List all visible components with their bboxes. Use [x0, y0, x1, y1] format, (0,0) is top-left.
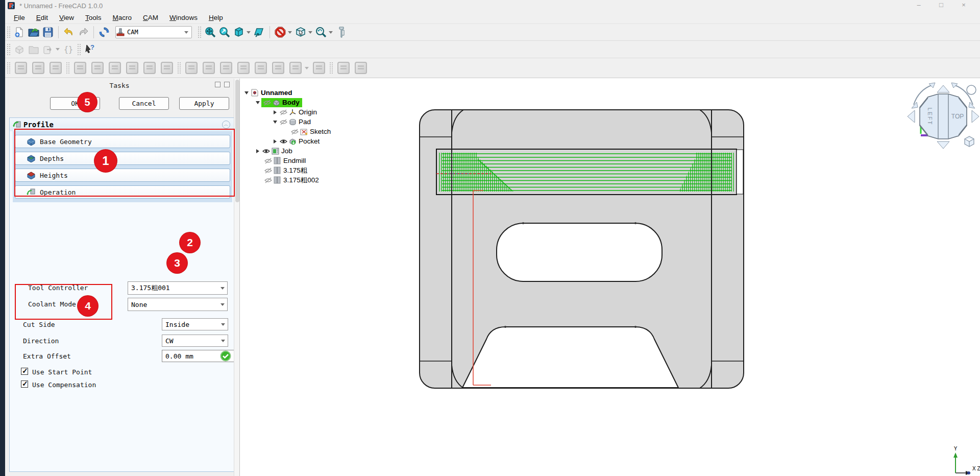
- tree-item-tool-3175-002[interactable]: 3.175粗002: [243, 175, 396, 185]
- depths-button[interactable]: Depths: [15, 152, 230, 165]
- expander-closed-icon[interactable]: [272, 139, 279, 144]
- job-icon[interactable]: [15, 62, 27, 74]
- navcube-circle-button[interactable]: [967, 85, 976, 94]
- save-icon[interactable]: [41, 25, 55, 39]
- zoom-dropdown-icon[interactable]: [329, 31, 333, 34]
- coolant-mode-select[interactable]: None: [128, 298, 228, 311]
- cut-side-select[interactable]: Inside: [162, 318, 228, 330]
- rotate-right-arrow[interactable]: [972, 110, 979, 123]
- zoom-selection-icon[interactable]: [217, 25, 232, 39]
- rotate-down-arrow[interactable]: [937, 141, 949, 149]
- menu-edit[interactable]: Edit: [31, 13, 54, 22]
- tree-item-body[interactable]: Body: [243, 98, 396, 107]
- expander-closed-icon[interactable]: [254, 149, 261, 153]
- fit-all-icon[interactable]: [203, 25, 217, 39]
- undo-icon[interactable]: [62, 25, 76, 39]
- menu-view[interactable]: View: [54, 13, 80, 22]
- copy-operation-icon[interactable]: [355, 62, 367, 74]
- isometric-view-icon[interactable]: [232, 25, 246, 39]
- tree-item-pad[interactable]: Pad: [243, 117, 396, 127]
- tree-item-origin[interactable]: Origin: [243, 107, 396, 117]
- menu-cam[interactable]: CAM: [137, 13, 164, 22]
- whats-this-icon[interactable]: ?: [83, 42, 97, 57]
- redo-icon[interactable]: [76, 25, 90, 39]
- panel-undock-button[interactable]: [224, 82, 230, 87]
- array-icon[interactable]: [337, 62, 350, 74]
- tree-item-sketch[interactable]: Sketch: [243, 127, 396, 136]
- operation-button[interactable]: Operation: [15, 185, 230, 199]
- maximize-button[interactable]: □: [930, 0, 952, 11]
- face-icon[interactable]: [237, 62, 250, 74]
- post-process-icon[interactable]: [126, 62, 138, 74]
- heights-button[interactable]: Heights: [15, 169, 230, 182]
- export-dropdown-icon[interactable]: [56, 48, 60, 51]
- toolbar-grip[interactable]: [7, 26, 11, 38]
- panel-float-button[interactable]: [215, 82, 220, 87]
- inspect-gcode-icon[interactable]: [74, 62, 86, 74]
- adaptive-icon[interactable]: [272, 62, 284, 74]
- menu-help[interactable]: Help: [203, 13, 229, 22]
- open-file-icon[interactable]: [27, 25, 41, 39]
- refresh-icon[interactable]: [97, 25, 111, 39]
- view-cube-icon[interactable]: [293, 25, 308, 39]
- tree-item-job[interactable]: Job: [243, 146, 396, 156]
- menu-tools[interactable]: Tools: [80, 13, 107, 22]
- cube-dropdown-icon[interactable]: [308, 31, 312, 34]
- expander-open-icon[interactable]: [272, 121, 279, 124]
- expander-closed-icon[interactable]: [272, 110, 279, 114]
- stop-operation-icon[interactable]: [273, 25, 287, 39]
- close-button[interactable]: ×: [952, 0, 975, 11]
- navcube-left-face[interactable]: LEFT: [927, 108, 933, 126]
- engrave-icon[interactable]: [289, 62, 302, 74]
- view-dropdown-icon[interactable]: [247, 31, 251, 34]
- drilling-icon[interactable]: [220, 62, 232, 74]
- stop-dropdown-icon[interactable]: [288, 31, 292, 34]
- menu-windows[interactable]: Windows: [164, 13, 203, 22]
- new-document-icon[interactable]: [12, 25, 27, 39]
- menu-file[interactable]: File: [8, 13, 31, 22]
- use-compensation-checkbox[interactable]: [21, 380, 28, 388]
- navigation-cube[interactable]: LEFT TOP: [908, 83, 979, 149]
- profile-icon[interactable]: [185, 62, 198, 74]
- simulator-icon[interactable]: [109, 62, 121, 74]
- helix-icon[interactable]: [255, 62, 267, 74]
- post-comment-icon[interactable]: [50, 62, 62, 74]
- expander-open-icon[interactable]: [243, 91, 250, 94]
- part-structure-icon[interactable]: [12, 42, 27, 57]
- expander-open-icon[interactable]: [254, 101, 261, 104]
- menu-macro[interactable]: Macro: [107, 13, 138, 22]
- group-folder-icon[interactable]: [27, 42, 41, 57]
- tool-library-icon[interactable]: [91, 62, 104, 74]
- tree-item-endmill[interactable]: Endmill: [243, 156, 396, 165]
- toolbits-icon[interactable]: [161, 62, 173, 74]
- zoom-sync-icon[interactable]: [314, 25, 328, 39]
- apply-button[interactable]: Apply: [179, 97, 229, 110]
- profile-section-header[interactable]: Profile ︿: [10, 118, 234, 131]
- cancel-button[interactable]: Cancel: [119, 97, 169, 110]
- pocket-icon[interactable]: [203, 62, 215, 74]
- tree-item-unnamed[interactable]: Unnamed: [243, 88, 396, 98]
- workbench-selector[interactable]: CAM: [115, 26, 192, 38]
- collapse-section-button[interactable]: ︿: [222, 121, 230, 129]
- navcube-top-face[interactable]: TOP: [951, 113, 964, 120]
- base-geometry-button[interactable]: Base Geometry: [15, 135, 230, 148]
- export-icon[interactable]: [41, 42, 55, 57]
- rotate-up-arrow[interactable]: [937, 85, 949, 92]
- deburr-icon[interactable]: [313, 62, 325, 74]
- sanity-check-icon[interactable]: [143, 62, 156, 74]
- align-view-icon[interactable]: [252, 25, 266, 39]
- direction-select[interactable]: CW: [162, 335, 228, 347]
- rotate-left-arrow[interactable]: [908, 110, 915, 123]
- macro-braces-icon[interactable]: {}: [61, 42, 76, 57]
- engrave-dropdown-icon[interactable]: [305, 67, 309, 69]
- measure-icon[interactable]: [334, 25, 349, 39]
- panel-scrollbar[interactable]: [234, 79, 240, 476]
- tool-controller-select[interactable]: 3.175粗001: [128, 281, 228, 295]
- ok-button[interactable]: OK: [50, 97, 100, 110]
- job-template-icon[interactable]: [32, 62, 44, 74]
- navcube-mini-cube[interactable]: [965, 136, 974, 147]
- tree-item-pocket[interactable]: Pocket: [243, 136, 396, 146]
- scrollbar-thumb[interactable]: [235, 80, 239, 202]
- use-start-point-checkbox[interactable]: [21, 368, 28, 375]
- tree-item-tool-3175[interactable]: 3.175粗: [243, 165, 396, 175]
